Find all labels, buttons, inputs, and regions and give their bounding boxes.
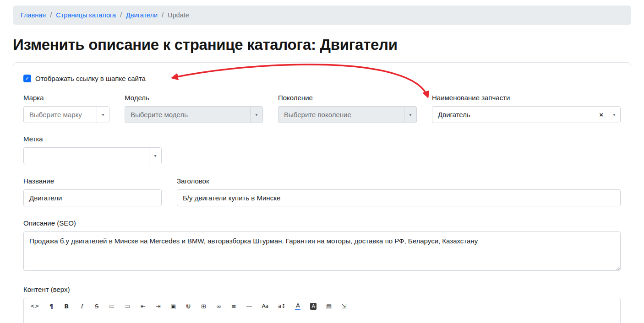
model-select-placeholder: Выберите модель bbox=[125, 107, 250, 123]
bold-icon[interactable]: B bbox=[64, 303, 69, 309]
italic-icon[interactable]: I bbox=[79, 303, 84, 309]
brand-field: Марка Выберите марку ▾ bbox=[23, 94, 109, 123]
show-link-checkbox-label[interactable]: Отображать ссылку в шапке сайта bbox=[35, 75, 146, 82]
checkmark-icon: ✓ bbox=[25, 76, 29, 81]
model-label: Модель bbox=[125, 94, 263, 102]
model-field: Модель Выберите модель ▾ bbox=[125, 94, 263, 123]
dropdown-arrow-icon[interactable]: ▾ bbox=[97, 107, 109, 123]
brand-select[interactable]: Выберите марку ▾ bbox=[23, 106, 109, 123]
horizontal-rule-icon[interactable]: — bbox=[246, 303, 252, 309]
content-top-label: Контент (верх) bbox=[23, 285, 621, 293]
seo-description-label: Описание (SEO) bbox=[23, 219, 621, 227]
model-select: Выберите модель ▾ bbox=[125, 106, 263, 123]
title-field: Заголовок bbox=[177, 177, 621, 206]
breadcrumb-current: Update bbox=[168, 11, 189, 19]
seo-description-textarea[interactable]: Продажа б.у двигателей в Минске на Merce… bbox=[23, 231, 621, 271]
generation-select: Выберите поколение ▾ bbox=[278, 106, 417, 123]
rich-text-editor: <> ¶ B I S ≔ ≕ ⇤ ⇥ ▣ ⋓ ⊞ ∞ ≡ — Aa a↕ A A… bbox=[23, 298, 621, 323]
document-icon[interactable]: ▤ bbox=[326, 303, 332, 309]
part-name-select[interactable]: Двигатель × ▾ bbox=[432, 106, 621, 123]
dropdown-arrow-icon[interactable]: ▾ bbox=[149, 148, 161, 164]
breadcrumb: Главная / Страницы каталога / Двигатели … bbox=[13, 5, 631, 25]
name-label: Название bbox=[23, 177, 162, 185]
breadcrumb-link-catalog-pages[interactable]: Страницы каталога bbox=[56, 11, 116, 19]
generation-field: Поколение Выберите поколение ▾ bbox=[278, 94, 417, 123]
selects-row: Марка Выберите марку ▾ Модель Выберите м… bbox=[23, 94, 621, 123]
dropdown-arrow-icon: ▾ bbox=[250, 107, 262, 123]
html-source-icon[interactable]: <> bbox=[30, 303, 39, 309]
editor-content-area[interactable] bbox=[24, 314, 620, 323]
align-icon[interactable]: ≡ bbox=[231, 303, 236, 309]
unordered-list-icon[interactable]: ≔ bbox=[109, 303, 115, 309]
strikethrough-icon[interactable]: S bbox=[94, 303, 99, 309]
part-name-select-value: Двигатель bbox=[432, 107, 597, 123]
fullscreen-icon[interactable]: ⇲ bbox=[341, 303, 347, 309]
brand-label: Марка bbox=[23, 94, 109, 102]
paragraph-format-icon[interactable]: ¶ bbox=[49, 303, 54, 309]
breadcrumb-separator: / bbox=[120, 11, 122, 19]
tag-select[interactable]: ▾ bbox=[23, 147, 162, 164]
title-input[interactable] bbox=[177, 189, 621, 206]
generation-label: Поколение bbox=[278, 94, 417, 102]
show-link-checkbox[interactable]: ✓ bbox=[23, 75, 31, 82]
brand-select-placeholder: Выберите марку bbox=[24, 107, 97, 123]
breadcrumb-link-home[interactable]: Главная bbox=[21, 11, 46, 19]
table-icon[interactable]: ⊞ bbox=[201, 303, 206, 309]
generation-select-placeholder: Выберите поколение bbox=[278, 107, 404, 123]
font-family-icon[interactable]: Aa bbox=[262, 303, 268, 309]
tag-field: Метка ▾ bbox=[23, 135, 162, 164]
attachment-icon[interactable]: ⋓ bbox=[186, 303, 191, 309]
tag-row: Метка ▾ bbox=[23, 135, 621, 164]
edit-form-card: ✓ Отображать ссылку в шапке сайта Марка … bbox=[13, 62, 631, 323]
editor-toolbar: <> ¶ B I S ≔ ≕ ⇤ ⇥ ▣ ⋓ ⊞ ∞ ≡ — Aa a↕ A A… bbox=[24, 298, 620, 314]
tag-select-value bbox=[24, 148, 149, 164]
name-input[interactable] bbox=[23, 189, 162, 206]
ordered-list-icon[interactable]: ≕ bbox=[125, 303, 131, 309]
part-name-field: Наименование запчасти Двигатель × ▾ bbox=[432, 94, 621, 123]
outdent-icon[interactable]: ⇤ bbox=[140, 303, 146, 309]
name-field: Название bbox=[23, 177, 162, 206]
content-top-field: Контент (верх) <> ¶ B I S ≔ ≕ ⇤ ⇥ ▣ ⋓ ⊞ … bbox=[23, 285, 621, 323]
breadcrumb-link-engines[interactable]: Двигатели bbox=[126, 11, 158, 19]
clear-icon[interactable]: × bbox=[597, 107, 608, 123]
breadcrumb-separator: / bbox=[162, 11, 164, 19]
link-icon[interactable]: ∞ bbox=[216, 303, 221, 309]
part-name-label: Наименование запчасти bbox=[432, 94, 621, 102]
breadcrumb-separator: / bbox=[50, 11, 52, 19]
show-link-checkbox-row: ✓ Отображать ссылку в шапке сайта bbox=[23, 75, 621, 82]
dropdown-arrow-icon[interactable]: ▾ bbox=[608, 107, 620, 123]
name-title-row: Название Заголовок bbox=[23, 177, 621, 206]
seo-description-field: Описание (SEO) Продажа б.у двигателей в … bbox=[23, 219, 621, 273]
image-icon[interactable]: ▣ bbox=[170, 303, 176, 309]
title-label: Заголовок bbox=[177, 177, 621, 185]
dropdown-arrow-icon: ▾ bbox=[404, 107, 416, 123]
page-title: Изменить описание к странице каталога: Д… bbox=[13, 36, 631, 54]
indent-icon[interactable]: ⇥ bbox=[155, 303, 161, 309]
tag-label: Метка bbox=[23, 135, 162, 143]
background-color-icon[interactable]: A bbox=[310, 303, 317, 310]
text-color-icon[interactable]: A bbox=[295, 302, 300, 310]
font-size-icon[interactable]: a↕ bbox=[278, 303, 285, 309]
